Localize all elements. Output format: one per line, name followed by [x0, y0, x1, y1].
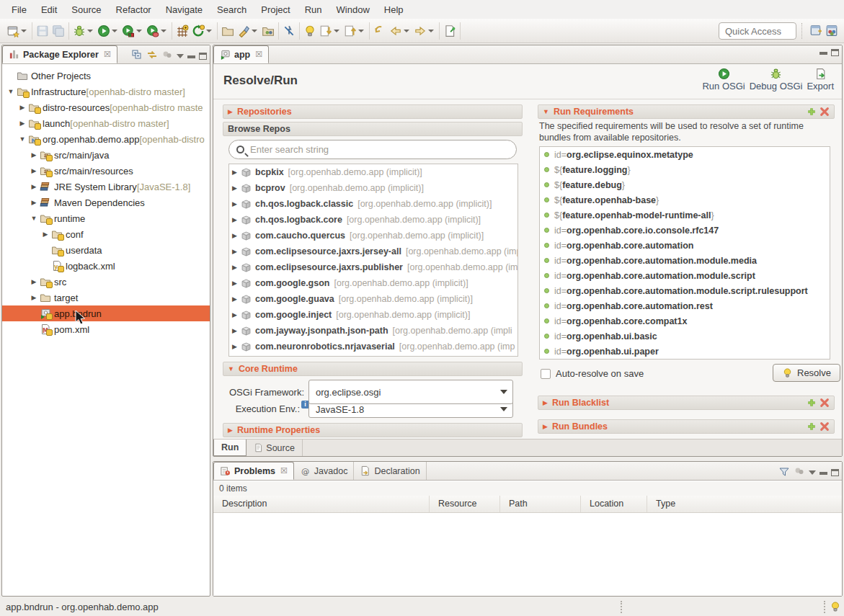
next-annotation-button[interactable] — [318, 23, 342, 39]
requirement-item[interactable]: id=org.openhab.ui.basic — [540, 329, 830, 344]
prev-annotation-button[interactable] — [342, 23, 367, 39]
resolve-button[interactable]: Resolve — [773, 364, 840, 382]
debug-button[interactable] — [71, 23, 96, 39]
profile-button[interactable] — [145, 23, 169, 39]
close-icon[interactable]: ☒ — [280, 466, 288, 476]
repo-item[interactable]: ▶ com.caucho.quercus [org.openhab.demo.a… — [229, 228, 517, 244]
add-bundle-icon[interactable] — [807, 421, 817, 432]
view-menu-icon[interactable] — [809, 470, 816, 475]
tree-item-jre-system-library[interactable]: ▶ JRE System Library [JavaSE-1.8] — [2, 179, 210, 195]
remove-blacklist-icon[interactable] — [819, 398, 830, 408]
osgi-framework-combo[interactable]: org.eclipse.osgi — [308, 380, 513, 404]
requirement-item[interactable]: id=org.openhab.ui.paper — [540, 344, 830, 359]
pin-editor-button[interactable] — [442, 23, 458, 39]
tree-expander-icon[interactable]: ▶ — [232, 327, 240, 334]
tree-item-target[interactable]: ▶ target — [2, 290, 210, 305]
tree-expander-icon[interactable]: ▶ — [30, 151, 38, 159]
add-blacklist-icon[interactable] — [807, 398, 817, 408]
tab-package-explorer[interactable]: Package Explorer ☒ — [2, 45, 117, 63]
minimize-icon[interactable] — [819, 52, 827, 55]
java-perspective-button[interactable] — [825, 24, 838, 40]
menu-project[interactable]: Project — [254, 1, 297, 18]
tree-item-pom-xml[interactable]: M pom.xml — [2, 321, 210, 337]
requirement-item[interactable]: ${feature.debug} — [540, 177, 830, 192]
tree-item-distro-resources[interactable]: ▶ distro-resources [openhab-distro maste — [2, 99, 210, 115]
menu-edit[interactable]: Edit — [34, 1, 64, 18]
collapse-all-button[interactable] — [131, 49, 143, 63]
add-requirement-icon[interactable] — [807, 107, 817, 117]
dropdown-arrow-icon[interactable] — [112, 30, 117, 32]
tree-expander-icon[interactable]: ▶ — [30, 294, 38, 301]
tree-expander-icon[interactable]: ▶ — [232, 264, 240, 271]
dropdown-arrow-icon[interactable] — [161, 30, 166, 32]
tree-expander-icon[interactable]: ▶ — [30, 167, 38, 174]
tree-expander-icon[interactable]: ▶ — [232, 280, 240, 287]
minimize-icon[interactable] — [819, 472, 827, 475]
menu-run[interactable]: Run — [298, 1, 329, 18]
repo-item[interactable]: ▶ com.jayway.jsonpath.json-path [org.ope… — [229, 323, 517, 339]
requirement-item[interactable]: id=org.openhab.core.io.console.rfc147 — [540, 223, 830, 238]
view-menu-icon[interactable] — [177, 54, 184, 58]
menu-search[interactable]: Search — [210, 1, 254, 18]
run-button[interactable] — [96, 23, 120, 39]
new-bnd-project-button[interactable] — [174, 23, 190, 39]
open-perspective-button[interactable] — [809, 24, 822, 40]
requirement-item[interactable]: id=org.openhab.core.automation.module.me… — [540, 253, 830, 268]
quick-access-input[interactable] — [719, 22, 796, 40]
tree-expander-icon[interactable]: ▶ — [232, 216, 240, 223]
repo-item[interactable]: ▶ com.neuronrobotics.nrjavaserial [org.o… — [229, 339, 517, 354]
new-wizard-button[interactable] — [5, 23, 30, 39]
dropdown-arrow-icon[interactable] — [404, 30, 409, 32]
menu-source[interactable]: Source — [64, 1, 108, 18]
tree-expander-icon[interactable]: ▶ — [18, 120, 27, 127]
tree-item-userdata[interactable]: userdata — [2, 242, 210, 258]
tree-expander-icon[interactable]: ▶ — [232, 311, 240, 318]
section-repositories[interactable]: ▶ Repositories — [223, 104, 523, 119]
repo-item[interactable]: ▶ ch.qos.logback.core [org.openhab.demo.… — [229, 212, 517, 228]
save-all-button[interactable] — [50, 23, 66, 39]
tree-expander-icon[interactable]: ▶ — [232, 200, 240, 207]
tree-item-src-main-java[interactable]: ▶ src/main/java — [2, 147, 210, 163]
repo-item[interactable]: ▶ bcpkix [org.openhab.demo.app (implicit… — [229, 164, 517, 180]
tab-declaration[interactable]: Declaration — [354, 462, 426, 480]
tree-item-src-main-resources[interactable]: ▶ src/main/resources — [2, 163, 210, 179]
tree-expander-icon[interactable]: ▶ — [30, 183, 38, 190]
tree-item-logback-xml[interactable]: y logback.xml — [2, 258, 210, 274]
requirement-item[interactable]: ${feature.openhab-model-runtime-all} — [540, 207, 830, 223]
tree-item-runtime[interactable]: ▼ runtime — [2, 210, 210, 226]
column-type[interactable]: Type — [647, 496, 842, 512]
focus-on-active-task-button[interactable] — [794, 465, 805, 480]
repo-item[interactable]: ▶ com.google.guava [org.openhab.demo.app… — [229, 291, 517, 307]
filters-button[interactable] — [778, 465, 790, 480]
column-path[interactable]: Path — [500, 496, 581, 512]
lightbulb-icon[interactable] — [830, 601, 841, 612]
chevron-down-icon[interactable] — [495, 390, 512, 394]
tree-expander-icon[interactable]: ▼ — [18, 135, 27, 143]
release-workspace-button[interactable] — [190, 23, 215, 39]
menu-window[interactable]: Window — [329, 1, 377, 18]
tree-expander-icon[interactable]: ▶ — [232, 169, 240, 176]
focus-on-active-task-button[interactable] — [161, 49, 173, 63]
tree-item-org-openhab-demo-app[interactable]: ▼ M org.openhab.demo.app [openhab-distro — [2, 131, 210, 147]
dropdown-arrow-icon[interactable] — [252, 30, 257, 32]
section-run-requirements[interactable]: ▼ Run Requirements — [538, 104, 835, 119]
repo-item[interactable]: ▶ com.eclipsesource.jaxrs.jersey-all [or… — [229, 244, 517, 259]
link-with-editor-button[interactable] — [146, 49, 158, 63]
save-button[interactable] — [35, 23, 50, 39]
tree-expander-icon[interactable]: ▶ — [30, 199, 38, 206]
section-run-bundles[interactable]: ▶ Run Bundles — [538, 419, 835, 434]
tree-item-infrastructure[interactable]: ▼ Infrastructure [openhab-distro master] — [2, 84, 210, 99]
tree-expander-icon[interactable]: ▶ — [30, 278, 38, 285]
back-button[interactable] — [388, 23, 412, 39]
tree-expander-icon[interactable]: ▶ — [232, 232, 240, 239]
tree-expander-icon[interactable]: ▼ — [30, 215, 38, 222]
tree-expander-icon[interactable]: ▶ — [18, 104, 27, 111]
minimize-icon[interactable] — [187, 55, 195, 58]
menu-refactor[interactable]: Refactor — [109, 1, 159, 18]
close-icon[interactable]: ☒ — [104, 50, 111, 59]
tree-item-launch[interactable]: ▶ launch [openhab-distro master] — [2, 115, 210, 131]
requirement-item[interactable]: id=org.openhab.core.compat1x — [540, 313, 830, 329]
tab-problems[interactable]: Problems☒ — [213, 462, 294, 480]
run-osgi-button[interactable]: Run OSGi — [701, 66, 745, 93]
column-description[interactable]: Description — [213, 496, 430, 512]
